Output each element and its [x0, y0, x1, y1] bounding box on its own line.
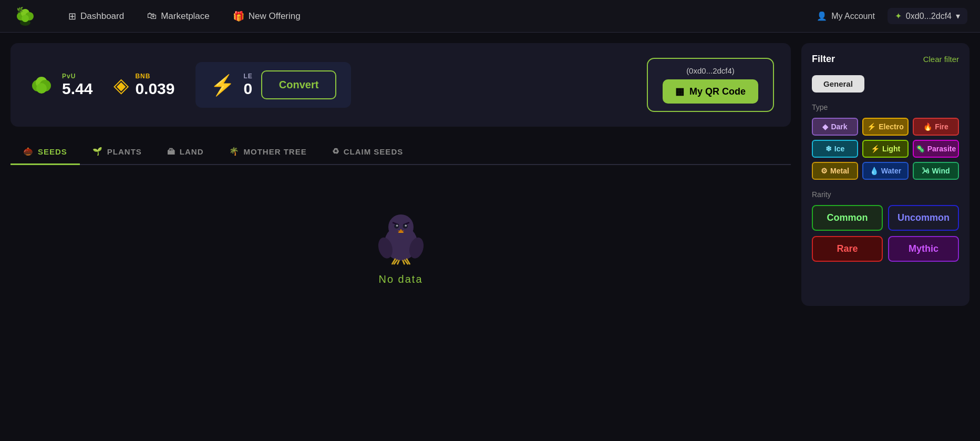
logo[interactable]: 🌿 [13, 4, 38, 29]
mother-tree-tab-label: MOTHER TREE [244, 147, 307, 156]
rarity-rare-button[interactable]: Rare [812, 236, 883, 262]
tabs: 🌰 SEEDS 🌱 PLANTS 🏔 LAND 🌴 MOTHER TREE ♻ … [11, 139, 791, 165]
land-tab-label: LAND [180, 147, 204, 156]
ice-icon: ❄ [826, 145, 832, 153]
qr-card[interactable]: (0xd0...2dcf4) ▦ My QR Code [647, 58, 774, 112]
svg-line-24 [397, 261, 399, 264]
mythic-label: Mythic [909, 243, 938, 254]
rare-label: Rare [837, 243, 858, 254]
filter-title: Filter [812, 54, 835, 65]
le-label: LE [243, 73, 252, 80]
nav-dashboard[interactable]: ⊞ Dashboard [59, 6, 133, 26]
light-icon: ⚡ [871, 145, 880, 153]
type-water-button[interactable]: 💧 Water [862, 162, 909, 180]
seeds-tab-label: SEEDS [38, 147, 67, 156]
no-data-text: No data [378, 273, 422, 285]
type-dark-button[interactable]: ◆ Dark [812, 118, 858, 136]
filter-type-section: Type ◆ Dark ⚡ Electro 🔥 Fire [812, 103, 959, 180]
type-fire-button[interactable]: 🔥 Fire [913, 118, 959, 136]
main-wrap: PvU 5.44 ◈ BNB 0.039 ⚡ LE 0 Convert [0, 33, 980, 306]
qr-button[interactable]: ▦ My QR Code [663, 79, 758, 104]
convert-button[interactable]: Convert [261, 70, 337, 99]
type-section-title: Type [812, 103, 959, 111]
svg-text:🌿: 🌿 [17, 6, 24, 13]
my-account-button[interactable]: 👤 My Account [817, 11, 875, 21]
qr-button-label: My QR Code [689, 86, 746, 97]
account-icon: 👤 [817, 11, 827, 21]
filter-sidebar: Filter Clear filter General Type ◆ Dark … [801, 43, 969, 306]
type-grid: ◆ Dark ⚡ Electro 🔥 Fire ❄ Ice [812, 118, 959, 180]
rarity-section-title: Rarity [812, 190, 959, 199]
wallet-address-button[interactable]: ✦ 0xd0...2dcf4 ▾ [888, 8, 967, 24]
bnb-balance: ◈ BNB 0.039 [114, 73, 174, 98]
type-parasite-button[interactable]: 🦠 Parasite [913, 140, 959, 158]
type-light-button[interactable]: ⚡ Light [862, 140, 909, 158]
mother-tree-tab-icon: 🌴 [229, 147, 240, 156]
nav-marketplace[interactable]: 🛍 Marketplace [138, 6, 219, 26]
parasite-icon: 🦠 [916, 145, 925, 153]
rarity-uncommon-button[interactable]: Uncommon [888, 205, 959, 231]
lightning-icon: ⚡ [210, 74, 235, 97]
fire-icon: 🔥 [923, 122, 932, 131]
le-info: LE 0 [243, 73, 252, 98]
water-icon: 💧 [870, 167, 879, 175]
uncommon-label: Uncommon [898, 212, 950, 223]
filter-general-section: General [812, 75, 959, 93]
clear-filter-button[interactable]: Clear filter [923, 55, 959, 64]
qr-address: (0xd0...2dcf4) [686, 66, 735, 75]
bnb-balance-info: BNB 0.039 [135, 73, 174, 98]
svg-line-27 [403, 261, 404, 264]
type-ice-button[interactable]: ❄ Ice [812, 140, 858, 158]
le-box: ⚡ LE 0 Convert [195, 62, 351, 108]
plants-tab-icon: 🌱 [92, 147, 103, 156]
qr-icon: ▦ [675, 86, 684, 97]
wallet-card: PvU 5.44 ◈ BNB 0.039 ⚡ LE 0 Convert [11, 43, 791, 127]
tab-seeds[interactable]: 🌰 SEEDS [11, 139, 80, 165]
wind-icon: 🌬 [922, 167, 929, 175]
wallet-address-label: 0xd0...2dcf4 [906, 12, 952, 21]
rarity-common-button[interactable]: Common [812, 205, 883, 231]
light-label: Light [882, 145, 900, 153]
bnb-label: BNB [135, 73, 174, 80]
tab-claim-seeds[interactable]: ♻ CLAIM SEEDS [319, 139, 416, 165]
content-area: PvU 5.44 ◈ BNB 0.039 ⚡ LE 0 Convert [11, 43, 791, 306]
water-label: Water [881, 167, 901, 175]
type-electro-button[interactable]: ⚡ Electro [862, 118, 909, 136]
filter-rarity-section: Rarity Common Uncommon Rare Mythic [812, 190, 959, 262]
dark-icon: ◆ [822, 122, 828, 131]
marketplace-icon: 🛍 [147, 11, 157, 22]
pvu-value: 5.44 [62, 80, 92, 98]
bnb-value: 0.039 [135, 80, 174, 98]
nav-new-offering[interactable]: 🎁 New Offering [223, 6, 310, 26]
bnb-icon: ◈ [114, 74, 129, 97]
type-metal-button[interactable]: ⚙ Metal [812, 162, 858, 180]
claim-seeds-tab-label: CLAIM SEEDS [344, 147, 404, 156]
tab-plants[interactable]: 🌱 PLANTS [80, 139, 154, 165]
svg-point-4 [22, 15, 29, 22]
tab-land[interactable]: 🏔 LAND [154, 140, 216, 165]
nav-marketplace-label: Marketplace [161, 11, 210, 22]
seeds-tab-icon: 🌰 [23, 147, 34, 156]
new-offering-icon: 🎁 [233, 11, 244, 22]
nav-items: ⊞ Dashboard 🛍 Marketplace 🎁 New Offering [59, 6, 817, 26]
no-data-bird-icon [369, 202, 432, 265]
general-button[interactable]: General [812, 75, 864, 93]
pvu-icon [27, 71, 56, 99]
pvu-label: PvU [62, 73, 92, 80]
rarity-mythic-button[interactable]: Mythic [888, 236, 959, 262]
filter-header: Filter Clear filter [812, 54, 959, 65]
electro-label: Electro [879, 122, 903, 131]
nav-dashboard-label: Dashboard [80, 11, 124, 22]
svg-point-16 [396, 224, 398, 227]
metal-icon: ⚙ [821, 167, 828, 175]
electro-icon: ⚡ [867, 122, 876, 131]
type-wind-button[interactable]: 🌬 Wind [913, 162, 959, 180]
le-value: 0 [243, 80, 252, 98]
dark-label: Dark [831, 122, 847, 131]
chevron-down-icon: ▾ [956, 11, 960, 21]
common-label: Common [827, 212, 868, 223]
pvu-balance-info: PvU 5.44 [62, 73, 92, 98]
account-label: My Account [831, 12, 875, 21]
fire-label: Fire [935, 122, 948, 131]
tab-mother-tree[interactable]: 🌴 MOTHER TREE [216, 139, 319, 165]
